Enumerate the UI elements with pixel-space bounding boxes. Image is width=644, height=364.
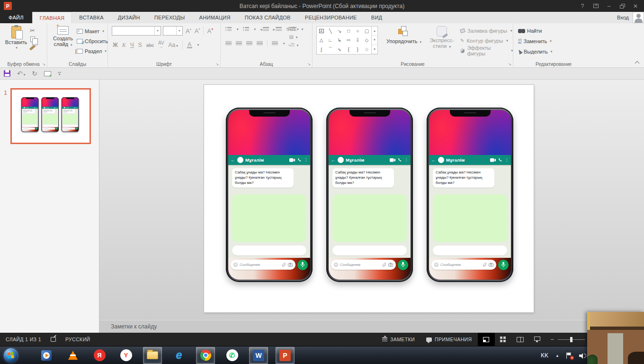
shape-triangle[interactable]: △ [317,36,326,45]
bold-button[interactable]: Ж [113,42,118,48]
smartart-button[interactable]: ⤷▥ ▾ [288,42,299,48]
slide-sorter-view-button[interactable] [495,333,512,346]
zoom-slider-thumb[interactable] [570,337,572,342]
align-text-button[interactable]: ▤ ▾ [289,34,298,39]
clipboard-dialog-launcher[interactable]: ↘ [42,62,45,66]
tab-transitions[interactable]: ПЕРЕХОДЫ [147,12,192,23]
shape-elbow-arrow[interactable]: ↳ [335,36,344,45]
justify-button[interactable] [257,41,263,46]
text-shadow-button[interactable]: S [138,42,142,48]
font-size-combo[interactable]: ▾ [163,26,183,36]
shape-star[interactable]: ☆ [362,45,371,54]
columns-button[interactable] [272,41,278,46]
volume-icon[interactable] [579,353,586,359]
iphone-mockup[interactable]: ← Мұғалім ⋮ Сабақ ұнады ма? Несімен ұнад… [326,108,413,282]
close-button[interactable]: ✕ [629,0,642,12]
shapes-more-button[interactable]: ▼ [372,45,377,54]
replace-button[interactable]: abacЗаменить▾ [518,37,552,46]
font-color-button[interactable]: A [187,42,192,48]
customize-qat-button[interactable]: ▾ [58,72,61,75]
overlapping-video-window[interactable] [587,312,644,364]
character-spacing-button[interactable]: AV↔ [158,41,164,49]
section-button[interactable]: Раздел▾ [77,47,108,55]
taskbar-vlc[interactable] [63,347,82,364]
start-slideshow-button[interactable] [44,71,51,76]
layout-button[interactable]: Макет▾ [77,27,108,36]
increase-indent-button[interactable]: ▸ [273,27,282,32]
font-dialog-launcher[interactable]: ↘ [215,62,219,66]
normal-view-button[interactable] [478,333,495,346]
decrease-font-button[interactable]: A▾ [195,27,200,35]
save-button[interactable] [4,70,10,77]
shape-arrow[interactable]: ↘ [335,27,344,36]
taskbar-yandex-browser[interactable]: Я [90,347,109,364]
help-button[interactable]: ? [576,0,589,12]
underline-button[interactable]: Ч [130,42,134,48]
shape-rectangle[interactable]: □ [344,27,353,36]
find-button[interactable]: Найти [518,27,552,35]
tab-design[interactable]: ДИЗАЙН [111,12,147,23]
account-avatar[interactable] [633,12,644,23]
slide-thumbnail[interactable]: ← Мұғалім ⋮ Сабақ ұнады ма? Несімен ұнад… [10,88,91,144]
align-left-button[interactable] [225,41,232,46]
shape-right-brace[interactable]: } [353,45,362,54]
spell-check-icon[interactable] [51,337,56,342]
notes-toggle-button[interactable]: ЗАМЕТКИ [376,333,420,346]
taskbar-powerpoint[interactable]: P [276,347,295,364]
shape-text-box[interactable]: A [317,27,326,36]
language-indicator[interactable]: РУССКИЙ [65,337,90,342]
collapse-ribbon-button[interactable] [635,60,639,64]
tab-review[interactable]: РЕЦЕНЗИРОВАНИЕ [298,12,364,23]
align-right-button[interactable] [246,41,252,46]
action-center-flag-icon[interactable]: ✕ [566,353,572,359]
shape-freeform[interactable]: ◇ [362,36,371,45]
slide-canvas[interactable]: ← Мұғалім ⋮ Сабақ ұнады ма? Несімен ұнад… [204,85,534,312]
iphone-mockup[interactable]: ← Мұғалім ⋮ Сабақ ұнады ма? Несімен ұнад… [226,108,313,282]
numbering-button[interactable] [243,27,249,32]
shapes-scroll-down[interactable]: ▼ [372,36,377,45]
change-case-button[interactable]: Aa▾ [169,42,178,48]
shape-line[interactable]: ╲ [326,27,335,36]
cut-icon[interactable]: ✂ [30,27,35,34]
tab-animations[interactable]: АНИМАЦИЯ [192,12,238,23]
slideshow-view-button[interactable] [529,333,546,346]
shape-down-arrow[interactable]: ⇩ [353,36,362,45]
arrange-button[interactable]: Упорядочить ▾ [384,26,424,45]
redo-button[interactable]: ↻ [32,70,37,77]
iphone-mockup[interactable]: ← Мұғалім ⋮ Сабақ ұнады ма? Несімен ұнад… [21,97,39,132]
font-name-combo[interactable]: ▾ [112,26,161,36]
keyboard-language-indicator[interactable]: KK [541,352,548,359]
start-button[interactable] [4,348,18,363]
taskbar-file-explorer[interactable] [143,347,162,364]
tab-slideshow[interactable]: ПОКАЗ СЛАЙДОВ [238,12,298,23]
undo-button[interactable]: ↶▾ [17,70,25,77]
shape-rounded-rectangle[interactable]: ▢ [362,27,371,36]
taskbar-word[interactable]: W [249,347,268,364]
new-slide-button[interactable]: Создать слайд ▾ [50,26,76,48]
increase-font-button[interactable]: A▴ [186,27,191,35]
zoom-out-button[interactable]: − [551,336,554,343]
shape-scribble[interactable]: ∫ [317,45,326,54]
shape-right-arrow[interactable]: ⇨ [344,36,353,45]
tab-home[interactable]: ГЛАВНАЯ [32,12,72,23]
italic-button[interactable]: К [122,42,126,49]
shape-curve[interactable]: ∿ [335,45,344,54]
shape-oval[interactable]: ○ [353,27,362,36]
zoom-slider[interactable] [558,339,585,340]
paragraph-dialog-launcher[interactable]: ↘ [307,62,311,66]
tab-view[interactable]: ВИД [364,12,390,23]
shape-left-brace[interactable]: { [344,45,353,54]
format-painter-icon[interactable] [29,45,36,50]
paste-button[interactable]: Вставить ▾ [4,26,28,50]
shape-arc[interactable]: ⌒ [326,45,335,54]
taskbar-yandex[interactable]: Y [116,347,135,364]
iphone-mockup[interactable]: ← Мұғалім ⋮ Сабақ ұнады ма? Несімен ұнад… [41,97,59,132]
taskbar-media-player[interactable] [37,347,56,364]
shapes-scroll-up[interactable]: ▲ [372,27,377,36]
text-direction-button[interactable]: ⇅A ▾ [288,26,299,31]
iphone-mockup[interactable]: ← Мұғалім ⋮ Сабақ ұнады ма? Несімен ұнад… [62,97,79,132]
quick-styles-button[interactable]: Экспресс-стили ▾ [426,26,457,50]
ribbon-display-options-button[interactable] [589,0,602,12]
bullets-button[interactable] [225,27,232,32]
iphone-mockup[interactable]: ← Мұғалім ⋮ Сабақ ұнады ма? Несімен ұнад… [427,108,513,282]
